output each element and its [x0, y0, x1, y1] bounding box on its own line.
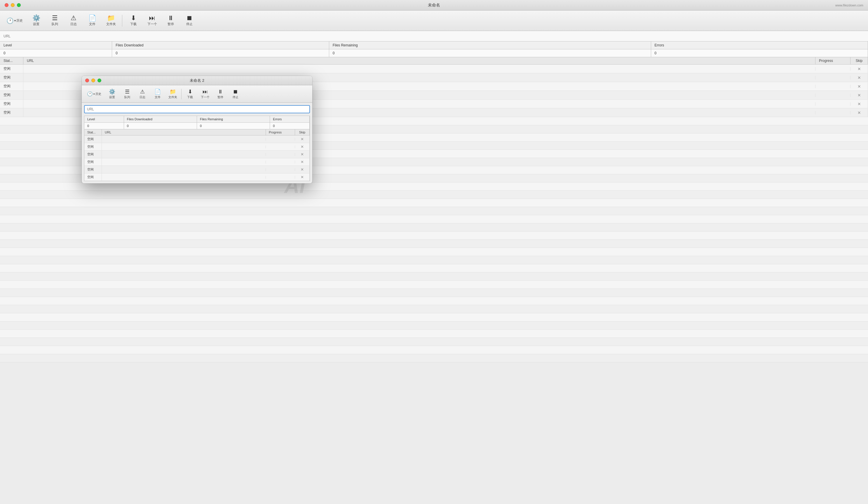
floating-url-bar: [84, 105, 310, 113]
minimize-button[interactable]: [11, 3, 14, 7]
floating-history-button[interactable]: 🕐 ▾ 历史: [84, 90, 104, 97]
skip-column-header: Skip: [850, 57, 868, 64]
empty-row: [0, 207, 868, 215]
floating-skip-button[interactable]: ✕: [295, 151, 310, 158]
floating-row-url: [102, 145, 266, 148]
log-label: 日志: [70, 22, 77, 26]
files-remaining-header: Files Remaining: [329, 41, 651, 49]
floating-row-status: 空闲: [84, 166, 102, 173]
folder-button[interactable]: 📁 文件夹: [102, 14, 120, 28]
empty-row: [0, 330, 868, 338]
floating-row-progress: [266, 176, 295, 179]
download-button[interactable]: ⬇ 下载: [125, 14, 142, 28]
floating-skip-button[interactable]: ✕: [295, 158, 310, 166]
empty-row: [0, 281, 868, 289]
table-header: Stat... URL Progress Skip: [0, 57, 868, 64]
floating-queue-label: 队列: [124, 95, 130, 99]
url-input[interactable]: [3, 33, 865, 40]
empty-row: [0, 183, 868, 191]
history-icon: 🕐: [7, 18, 14, 24]
floating-stop-button[interactable]: ⏹ 停止: [228, 88, 243, 100]
empty-row: [0, 215, 868, 223]
skip-button[interactable]: ✕: [850, 91, 868, 99]
empty-row: [0, 297, 868, 305]
log-button[interactable]: ⚠ 日志: [65, 14, 82, 28]
files-downloaded-header: Files Downloaded: [112, 41, 329, 49]
floating-next-button[interactable]: ⏭ 下一个: [198, 88, 213, 100]
floating-download-icon: ⬇: [188, 89, 192, 95]
maximize-button[interactable]: [17, 3, 21, 7]
skip-button[interactable]: ✕: [850, 74, 868, 82]
floating-row-status: 空闲: [84, 173, 102, 181]
floating-row-progress: [266, 161, 295, 164]
floating-content: Level Files Downloaded Files Remaining E…: [82, 116, 312, 183]
floating-file-button[interactable]: 📄 文件: [150, 88, 165, 100]
floating-skip-button[interactable]: ✕: [295, 135, 310, 143]
floating-table-row: 空闲 ✕: [84, 173, 310, 181]
history-label: 历史: [16, 18, 23, 23]
errors-value: 0: [651, 49, 868, 57]
floating-stop-label: 停止: [232, 95, 238, 99]
floating-url-input[interactable]: [87, 107, 307, 111]
floating-table-row: 空闲 ✕: [84, 143, 310, 151]
next-button[interactable]: ⏭ 下一个: [143, 14, 161, 28]
floating-settings-button[interactable]: ⚙️ 设置: [105, 88, 120, 100]
row-status: 空闲: [0, 73, 23, 82]
row-status: 空闲: [0, 91, 23, 99]
floating-maximize-button[interactable]: [97, 79, 101, 82]
floating-skip-button[interactable]: ✕: [295, 173, 310, 181]
stop-icon: ⏹: [186, 15, 193, 21]
floating-row-progress: [266, 138, 295, 141]
row-progress: [815, 93, 850, 97]
settings-icon: ⚙️: [32, 15, 40, 21]
floating-row-progress: [266, 153, 295, 156]
queue-button[interactable]: ☰ 队列: [46, 14, 64, 28]
stop-button[interactable]: ⏹ 停止: [181, 14, 198, 28]
floating-row-status: 空闲: [84, 143, 102, 151]
floating-settings-label: 设置: [109, 95, 115, 99]
floating-log-button[interactable]: ⚠ 日志: [135, 88, 150, 100]
file-button[interactable]: 📄 文件: [83, 14, 101, 28]
floating-close-button[interactable]: [85, 79, 89, 82]
floating-pause-label: 暂停: [217, 95, 223, 99]
floating-table-row: 空闲 ✕: [84, 151, 310, 158]
floating-row-status: 空闲: [84, 151, 102, 158]
window-title: 未命名: [428, 3, 440, 8]
history-dropdown-arrow: ▾: [14, 19, 16, 22]
settings-button[interactable]: ⚙️ 设置: [28, 14, 45, 28]
row-status: 空闲: [0, 100, 23, 108]
floating-files-downloaded-value: 0: [124, 123, 197, 129]
table-row: 空闲 ✕: [0, 64, 868, 73]
skip-button[interactable]: ✕: [850, 65, 868, 73]
file-label: 文件: [89, 22, 95, 26]
history-button[interactable]: 🕐 ▾ 历史: [3, 17, 26, 25]
floating-next-icon: ⏭: [203, 89, 208, 95]
floating-stats-values: 0 0 0 0: [84, 122, 310, 129]
floating-file-label: 文件: [155, 95, 161, 99]
floating-url-column-header: URL: [102, 129, 266, 135]
queue-icon: ☰: [52, 15, 58, 21]
floating-settings-icon: ⚙️: [109, 89, 115, 95]
skip-button[interactable]: ✕: [850, 100, 868, 108]
row-status: 空闲: [0, 108, 23, 117]
skip-button[interactable]: ✕: [850, 109, 868, 117]
empty-row: [0, 272, 868, 281]
file-icon: 📄: [89, 15, 96, 21]
floating-level-header: Level: [84, 116, 124, 122]
floating-table-header: Stat... URL Progress Skip: [84, 129, 310, 135]
floating-folder-button[interactable]: 📁 文件夹: [165, 88, 180, 100]
floating-files-remaining-value: 0: [197, 123, 270, 129]
floating-skip-button[interactable]: ✕: [295, 143, 310, 151]
empty-row: [0, 346, 868, 354]
skip-button[interactable]: ✕: [850, 82, 868, 91]
row-progress: [815, 111, 850, 114]
floating-skip-button[interactable]: ✕: [295, 166, 310, 173]
pause-button[interactable]: ⏸ 暂停: [162, 14, 179, 28]
close-button[interactable]: [5, 3, 9, 7]
floating-queue-button[interactable]: ☰ 队列: [120, 88, 135, 100]
floating-minimize-button[interactable]: [91, 79, 95, 82]
empty-row: [0, 305, 868, 313]
floating-download-button[interactable]: ⬇ 下载: [183, 88, 197, 100]
files-remaining-value: 0: [329, 49, 651, 57]
floating-pause-button[interactable]: ⏸ 暂停: [213, 88, 228, 100]
